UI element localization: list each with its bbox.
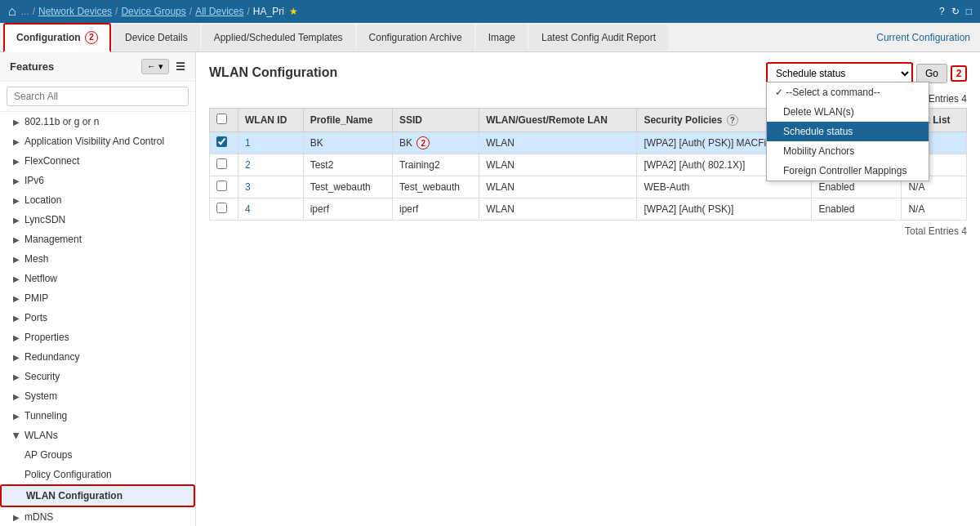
sidebar-item-pmip[interactable]: ▶PMIP <box>0 288 195 308</box>
dropdown-item-foreign-controller[interactable]: Foreign Controller Mappings <box>767 161 929 181</box>
sidebar-header: Features ← ▾ ☰ <box>0 52 195 82</box>
col-lan-type: WLAN/Guest/Remote LAN <box>479 109 637 132</box>
row4-id-link[interactable]: 4 <box>245 203 251 215</box>
row2-checkbox[interactable] <box>216 158 227 169</box>
sidebar-item-redundancy[interactable]: ▶Redundancy <box>0 347 195 367</box>
sidebar-item-lyncsdn[interactable]: ▶LyncSDN <box>0 210 195 230</box>
row4-wlan-id: 4 <box>238 198 303 221</box>
sidebar-item-ipv6[interactable]: ▶IPv6 <box>0 171 195 190</box>
row4-profile: iperf <box>303 198 392 221</box>
star-icon[interactable]: ★ <box>289 6 298 17</box>
row4-ssid: iperf <box>392 198 479 221</box>
row4-admin: Enabled <box>812 198 902 221</box>
sidebar-item-mesh[interactable]: ▶Mesh <box>0 249 195 269</box>
row1-badge: 2 <box>416 136 430 149</box>
breadcrumb-network-devices[interactable]: Network Devices <box>38 6 112 17</box>
tab-device-details[interactable]: Device Details <box>113 25 200 51</box>
sidebar-item-policy-config[interactable]: Policy Configuration <box>0 465 195 484</box>
dropdown-item-select-command[interactable]: --Select a command-- <box>767 82 929 102</box>
dropdown-item-mobility-anchors[interactable]: Mobility Anchors <box>767 141 929 161</box>
current-configuration-link[interactable]: Current Configuration <box>870 25 977 50</box>
row3-id-link[interactable]: 3 <box>245 181 251 193</box>
row2-id-link[interactable]: 2 <box>245 159 251 171</box>
row2-lan: WLAN <box>479 154 637 176</box>
row4-lan: WLAN <box>479 198 637 221</box>
sidebar-nav: ▶802.11b or g or n ▶Application Visibili… <box>0 112 195 526</box>
sidebar-search-container <box>0 82 195 112</box>
col-profile-name: Profile_Name <box>303 109 392 132</box>
content-area: WLAN Configuration --Select a command-- … <box>196 52 980 526</box>
sidebar: Features ← ▾ ☰ ▶802.11b or g or n ▶Appli… <box>0 52 196 526</box>
help-icon[interactable]: ? <box>939 6 945 17</box>
sidebar-back-button[interactable]: ← ▾ <box>141 59 169 74</box>
configuration-badge: 2 <box>85 31 98 44</box>
dropdown-item-schedule-status[interactable]: Schedule status <box>767 122 929 141</box>
sidebar-item-netflow[interactable]: ▶Netflow <box>0 269 195 288</box>
breadcrumb-all-devices[interactable]: All Devices <box>195 6 243 17</box>
row1-ssid: BK 2 <box>392 132 479 154</box>
sidebar-item-management[interactable]: ▶Management <box>0 230 195 249</box>
row1-lan: WLAN <box>479 132 637 154</box>
row3-checkbox[interactable] <box>216 181 227 191</box>
command-dropdown-area: --Select a command-- Delete WLAN(s) Sche… <box>766 62 967 85</box>
col-checkbox <box>210 109 238 132</box>
dropdown-badge: 2 <box>951 65 967 82</box>
sidebar-item-ap-groups[interactable]: AP Groups <box>0 445 195 465</box>
row3-ssid: Test_webauth <box>392 176 479 198</box>
select-all-checkbox[interactable] <box>216 114 227 124</box>
sidebar-item-wlans[interactable]: ▶WLANs <box>0 426 195 445</box>
row2-profile: Test2 <box>303 154 392 176</box>
row4-checkbox[interactable] <box>216 203 227 213</box>
row1-checkbox[interactable] <box>216 136 227 147</box>
security-help-icon[interactable]: ? <box>727 114 738 126</box>
row3-profile: Test_webauth <box>303 176 392 198</box>
row4-checkbox-cell <box>210 198 238 221</box>
sidebar-item-flexconnect[interactable]: ▶FlexConnect <box>0 151 195 171</box>
sidebar-item-ports[interactable]: ▶Ports <box>0 308 195 328</box>
row1-wlan-id: 1 <box>238 132 303 154</box>
sidebar-item-properties[interactable]: ▶Properties <box>0 328 195 347</box>
breadcrumb-device-groups[interactable]: Device Groups <box>121 6 185 17</box>
tab-bar: Configuration 2 Device Details Applied/S… <box>0 23 980 52</box>
sidebar-item-security[interactable]: ▶Security <box>0 367 195 386</box>
features-title: Features <box>10 60 54 73</box>
top-bar: ⌂ ... / Network Devices / Device Groups … <box>0 0 980 23</box>
sidebar-item-mdns[interactable]: ▶mDNS <box>0 507 195 526</box>
ellipsis: ... <box>21 6 29 17</box>
table-row: 4 iperf iperf WLAN [WPA2] [Auth( PSK)] E… <box>210 198 967 221</box>
tab-audit-report[interactable]: Latest Config Audit Report <box>529 25 668 51</box>
table-footer: Total Entries 4 <box>209 225 967 237</box>
row2-wlan-id: 2 <box>238 154 303 176</box>
sidebar-item-tunneling[interactable]: ▶Tunneling <box>0 406 195 426</box>
tab-configuration[interactable]: Configuration 2 <box>3 23 111 52</box>
separator: / <box>33 6 35 17</box>
search-input[interactable] <box>7 87 189 106</box>
row3-checkbox-cell <box>210 176 238 198</box>
maximize-icon[interactable]: □ <box>966 6 972 17</box>
sidebar-list-icon[interactable]: ☰ <box>176 60 185 73</box>
refresh-icon[interactable]: ↻ <box>951 6 960 17</box>
row1-id-link[interactable]: 1 <box>245 137 251 149</box>
col-ssid: SSID <box>392 109 479 132</box>
command-dropdown-panel: --Select a command-- Delete WLAN(s) Sche… <box>766 82 929 181</box>
sidebar-item-avc[interactable]: ▶Application Visibility And Control <box>0 132 195 151</box>
go-button[interactable]: Go <box>916 64 947 83</box>
row3-lan: WLAN <box>479 176 637 198</box>
row2-ssid: Training2 <box>392 154 479 176</box>
sidebar-item-system[interactable]: ▶System <box>0 386 195 406</box>
home-icon[interactable]: ⌂ <box>8 4 16 19</box>
tab-applied-templates[interactable]: Applied/Scheduled Templates <box>202 25 355 51</box>
col-wlan-id: WLAN ID <box>238 109 303 132</box>
breadcrumb-current: HA_Pri <box>253 6 284 17</box>
tab-config-archive[interactable]: Configuration Archive <box>357 25 474 51</box>
row4-security: [WPA2] [Auth( PSK)] <box>637 198 812 221</box>
row3-wlan-id: 3 <box>238 176 303 198</box>
tab-image[interactable]: Image <box>476 25 528 51</box>
sidebar-item-location[interactable]: ▶Location <box>0 190 195 210</box>
row2-checkbox-cell <box>210 154 238 176</box>
sidebar-item-80211b[interactable]: ▶802.11b or g or n <box>0 112 195 132</box>
main-layout: Features ← ▾ ☰ ▶802.11b or g or n ▶Appli… <box>0 52 980 526</box>
sidebar-item-wlan-config[interactable]: WLAN Configuration <box>0 484 195 507</box>
row1-checkbox-cell <box>210 132 238 154</box>
dropdown-item-delete-wlan[interactable]: Delete WLAN(s) <box>767 102 929 122</box>
